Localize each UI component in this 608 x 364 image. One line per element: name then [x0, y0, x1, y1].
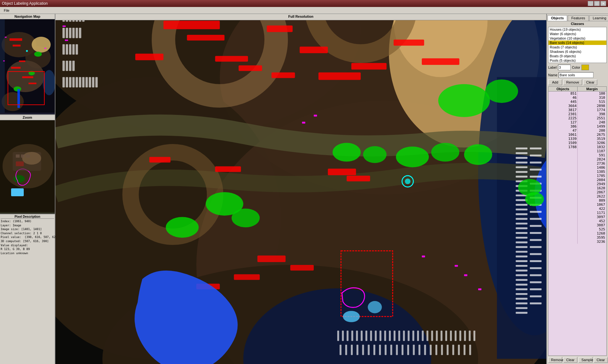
svg-rect-86 [62, 25, 66, 27]
svg-rect-182 [455, 331, 457, 341]
objects-list-item[interactable]: 1107 [548, 149, 606, 153]
objects-list-item[interactable]: 445515 [548, 100, 606, 104]
objects-list-item[interactable]: 10612675 [548, 133, 606, 137]
objects-list-item[interactable]: 13393519 [548, 137, 606, 141]
objects-list-item[interactable]: 15093206 [548, 141, 606, 145]
label-input[interactable] [558, 65, 571, 70]
svg-rect-186 [473, 331, 475, 341]
objects-list-item[interactable]: 3097 [548, 215, 606, 219]
class-item-vegetation[interactable]: Vegetation (10 objects) [548, 36, 606, 41]
objects-list-item[interactable]: 525 [548, 227, 606, 231]
svg-rect-249 [86, 77, 88, 88]
svg-rect-162 [361, 331, 363, 341]
objects-list-item[interactable]: 1385 [548, 170, 606, 174]
svg-rect-6 [0, 19, 5, 113]
svg-rect-94 [478, 288, 481, 290]
svg-rect-239 [66, 61, 68, 71]
class-item-shadows[interactable]: Shadows (6 objects) [548, 49, 606, 54]
objects-list-item[interactable]: 2824 [548, 157, 606, 161]
full-resolution-title: Full Resolution [55, 14, 546, 20]
svg-rect-147 [530, 239, 542, 241]
svg-rect-180 [445, 331, 447, 341]
objects-list-item[interactable]: 3861499 [548, 124, 606, 129]
svg-rect-225 [79, 20, 81, 22]
svg-rect-92 [455, 265, 458, 267]
objects-list-item[interactable]: 2301398 [548, 112, 606, 116]
class-item-bare-soils[interactable]: Bare soils (14 objects) [548, 41, 606, 45]
objects-list-item[interactable]: 3236 [548, 240, 606, 244]
objects-list-item[interactable]: 2622 [548, 194, 606, 198]
class-item-houses[interactable]: Houses (19 objects) [548, 27, 606, 32]
objects-list-item[interactable]: 2067 [548, 190, 606, 194]
objects-list-item[interactable]: 17881032 [548, 145, 606, 149]
objects-list-item[interactable]: 591 [548, 153, 606, 157]
objects-list-item[interactable]: 452 [548, 219, 606, 223]
classes-section-label: Classes [547, 21, 608, 26]
svg-rect-160 [351, 331, 353, 341]
bottom-sample-button[interactable]: Sample [579, 357, 592, 363]
pixel-desc-title: Pixel Description [1, 215, 54, 219]
objects-list-item[interactable]: 47200 [548, 129, 606, 133]
zoom-container[interactable] [0, 120, 55, 214]
bottom-remove-button[interactable]: Remove [548, 357, 562, 363]
close-button[interactable]: ✕ [600, 1, 606, 6]
color-swatch[interactable] [581, 65, 589, 70]
remove-button[interactable]: Remove [563, 79, 582, 85]
class-item-boats[interactable]: Boats (9 objects) [548, 54, 606, 58]
svg-rect-247 [79, 77, 81, 88]
objects-list-item[interactable]: 2736 [548, 161, 606, 166]
svg-rect-252 [95, 77, 98, 88]
objects-list-item[interactable]: 851100 [548, 91, 606, 96]
maximize-button[interactable]: □ [594, 1, 600, 6]
bottom-clear-btn1[interactable]: Clear [563, 357, 577, 363]
clear-top-button[interactable]: Clear [583, 79, 597, 85]
menu-file[interactable]: File [1, 8, 12, 13]
tabs-row: Objects Features Learning [547, 14, 608, 21]
objects-list-item[interactable]: 127248 [548, 120, 606, 124]
objects-list-item[interactable]: 809 [548, 198, 606, 203]
svg-rect-26 [11, 188, 24, 196]
objects-list-item[interactable]: 422 [548, 207, 606, 211]
svg-rect-243 [66, 77, 68, 88]
svg-rect-149 [530, 253, 542, 255]
svg-rect-115 [516, 227, 528, 229]
objects-list-item[interactable]: 22252551 [548, 116, 606, 120]
svg-rect-136 [530, 162, 542, 164]
nav-map-container[interactable] [0, 19, 55, 114]
objects-list-item[interactable]: 1705 [548, 174, 606, 178]
objects-list-item[interactable]: 1620 [548, 186, 606, 190]
objects-list-item[interactable]: 2949 [548, 182, 606, 186]
bottom-clear-btn2[interactable]: Clear [594, 357, 608, 363]
svg-rect-248 [82, 77, 85, 88]
svg-rect-65 [149, 157, 171, 163]
add-button[interactable]: Add [548, 79, 562, 85]
objects-list-item[interactable]: 3595 [548, 235, 606, 240]
svg-point-72 [438, 84, 490, 117]
map-view[interactable] [55, 20, 546, 364]
objects-list-item[interactable]: 1171 [548, 211, 606, 215]
class-item-water[interactable]: Water (6 objects) [548, 32, 606, 36]
objects-list-item[interactable]: 36642898 [548, 104, 606, 108]
objects-list-item[interactable]: 1067 [548, 203, 606, 207]
svg-rect-63 [328, 169, 356, 175]
class-item-roads[interactable]: Roads (7 objects) [548, 45, 606, 49]
objects-list-item[interactable]: 38171774 [548, 108, 606, 112]
class-item-pools[interactable]: Pools (5 objects) [548, 58, 606, 63]
objects-list-item[interactable]: 2084 [548, 178, 606, 182]
svg-rect-204 [435, 345, 437, 355]
tab-features[interactable]: Features [568, 15, 588, 21]
svg-rect-165 [375, 331, 377, 341]
objects-list-container[interactable]: 8511004631044551536642898381717742301398… [548, 91, 607, 356]
name-input[interactable] [559, 72, 593, 78]
objects-col-header: Objects [548, 87, 578, 91]
nav-map-svg [0, 19, 55, 113]
objects-list-item[interactable]: 1260 [548, 231, 606, 235]
minimize-button[interactable]: _ [588, 1, 593, 6]
objects-list-item[interactable]: 46310 [548, 96, 606, 100]
svg-rect-184 [464, 331, 466, 341]
svg-rect-110 [516, 204, 528, 206]
objects-list-item[interactable]: 3087 [548, 223, 606, 227]
tab-learning[interactable]: Learning [589, 15, 608, 21]
objects-list-item[interactable]: 1406 [548, 166, 606, 170]
tab-objects[interactable]: Objects [548, 15, 567, 21]
